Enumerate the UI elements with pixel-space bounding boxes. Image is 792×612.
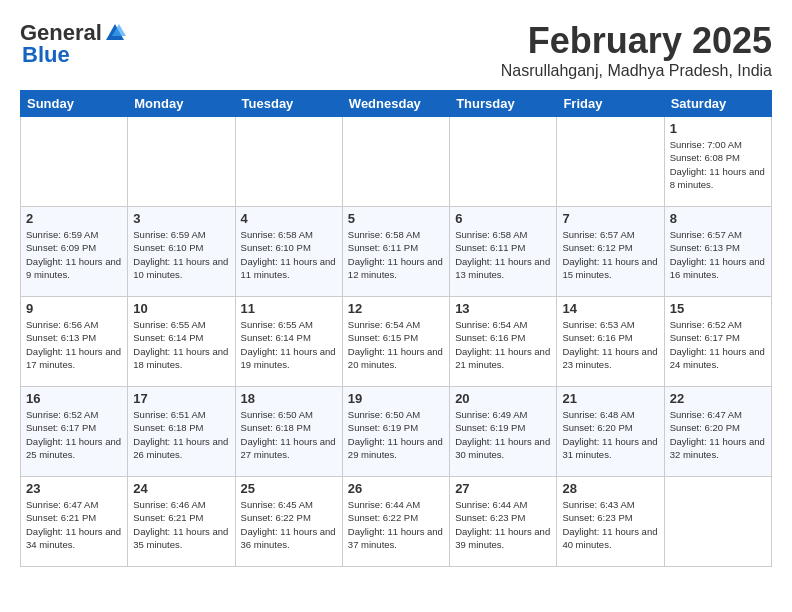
day-number: 17 [133, 391, 229, 406]
calendar-cell: 8Sunrise: 6:57 AM Sunset: 6:13 PM Daylig… [664, 207, 771, 297]
weekday-header: Saturday [664, 91, 771, 117]
calendar-table: SundayMondayTuesdayWednesdayThursdayFrid… [20, 90, 772, 567]
cell-info: Sunrise: 6:43 AM Sunset: 6:23 PM Dayligh… [562, 498, 658, 551]
weekday-header: Tuesday [235, 91, 342, 117]
calendar-cell: 1Sunrise: 7:00 AM Sunset: 6:08 PM Daylig… [664, 117, 771, 207]
calendar-cell [664, 477, 771, 567]
day-number: 12 [348, 301, 444, 316]
calendar-cell: 22Sunrise: 6:47 AM Sunset: 6:20 PM Dayli… [664, 387, 771, 477]
day-number: 18 [241, 391, 337, 406]
calendar-cell: 24Sunrise: 6:46 AM Sunset: 6:21 PM Dayli… [128, 477, 235, 567]
calendar-cell [235, 117, 342, 207]
calendar-cell: 16Sunrise: 6:52 AM Sunset: 6:17 PM Dayli… [21, 387, 128, 477]
day-number: 2 [26, 211, 122, 226]
cell-info: Sunrise: 6:58 AM Sunset: 6:10 PM Dayligh… [241, 228, 337, 281]
day-number: 9 [26, 301, 122, 316]
day-number: 26 [348, 481, 444, 496]
calendar-cell: 23Sunrise: 6:47 AM Sunset: 6:21 PM Dayli… [21, 477, 128, 567]
cell-info: Sunrise: 6:52 AM Sunset: 6:17 PM Dayligh… [26, 408, 122, 461]
cell-info: Sunrise: 6:45 AM Sunset: 6:22 PM Dayligh… [241, 498, 337, 551]
month-title: February 2025 [501, 20, 772, 62]
cell-info: Sunrise: 6:44 AM Sunset: 6:23 PM Dayligh… [455, 498, 551, 551]
calendar-cell: 6Sunrise: 6:58 AM Sunset: 6:11 PM Daylig… [450, 207, 557, 297]
cell-info: Sunrise: 6:58 AM Sunset: 6:11 PM Dayligh… [348, 228, 444, 281]
calendar-week-row: 16Sunrise: 6:52 AM Sunset: 6:17 PM Dayli… [21, 387, 772, 477]
day-number: 25 [241, 481, 337, 496]
calendar-cell: 13Sunrise: 6:54 AM Sunset: 6:16 PM Dayli… [450, 297, 557, 387]
calendar-cell: 14Sunrise: 6:53 AM Sunset: 6:16 PM Dayli… [557, 297, 664, 387]
day-number: 16 [26, 391, 122, 406]
day-number: 23 [26, 481, 122, 496]
cell-info: Sunrise: 6:55 AM Sunset: 6:14 PM Dayligh… [241, 318, 337, 371]
calendar-cell: 27Sunrise: 6:44 AM Sunset: 6:23 PM Dayli… [450, 477, 557, 567]
weekday-header: Monday [128, 91, 235, 117]
calendar-cell: 3Sunrise: 6:59 AM Sunset: 6:10 PM Daylig… [128, 207, 235, 297]
weekday-header: Wednesday [342, 91, 449, 117]
cell-info: Sunrise: 6:59 AM Sunset: 6:10 PM Dayligh… [133, 228, 229, 281]
calendar-week-row: 1Sunrise: 7:00 AM Sunset: 6:08 PM Daylig… [21, 117, 772, 207]
calendar-cell [450, 117, 557, 207]
calendar-cell: 11Sunrise: 6:55 AM Sunset: 6:14 PM Dayli… [235, 297, 342, 387]
cell-info: Sunrise: 6:55 AM Sunset: 6:14 PM Dayligh… [133, 318, 229, 371]
calendar-cell: 10Sunrise: 6:55 AM Sunset: 6:14 PM Dayli… [128, 297, 235, 387]
calendar-header-row: SundayMondayTuesdayWednesdayThursdayFrid… [21, 91, 772, 117]
day-number: 24 [133, 481, 229, 496]
day-number: 14 [562, 301, 658, 316]
cell-info: Sunrise: 6:58 AM Sunset: 6:11 PM Dayligh… [455, 228, 551, 281]
cell-info: Sunrise: 6:46 AM Sunset: 6:21 PM Dayligh… [133, 498, 229, 551]
weekday-header: Thursday [450, 91, 557, 117]
calendar-cell: 19Sunrise: 6:50 AM Sunset: 6:19 PM Dayli… [342, 387, 449, 477]
cell-info: Sunrise: 6:56 AM Sunset: 6:13 PM Dayligh… [26, 318, 122, 371]
cell-info: Sunrise: 6:48 AM Sunset: 6:20 PM Dayligh… [562, 408, 658, 461]
calendar-week-row: 2Sunrise: 6:59 AM Sunset: 6:09 PM Daylig… [21, 207, 772, 297]
cell-info: Sunrise: 6:54 AM Sunset: 6:16 PM Dayligh… [455, 318, 551, 371]
calendar-week-row: 23Sunrise: 6:47 AM Sunset: 6:21 PM Dayli… [21, 477, 772, 567]
calendar-cell: 4Sunrise: 6:58 AM Sunset: 6:10 PM Daylig… [235, 207, 342, 297]
day-number: 19 [348, 391, 444, 406]
calendar-cell: 20Sunrise: 6:49 AM Sunset: 6:19 PM Dayli… [450, 387, 557, 477]
cell-info: Sunrise: 6:59 AM Sunset: 6:09 PM Dayligh… [26, 228, 122, 281]
day-number: 13 [455, 301, 551, 316]
cell-info: Sunrise: 6:57 AM Sunset: 6:12 PM Dayligh… [562, 228, 658, 281]
day-number: 6 [455, 211, 551, 226]
location: Nasrullahganj, Madhya Pradesh, India [501, 62, 772, 80]
calendar-cell: 5Sunrise: 6:58 AM Sunset: 6:11 PM Daylig… [342, 207, 449, 297]
cell-info: Sunrise: 6:50 AM Sunset: 6:18 PM Dayligh… [241, 408, 337, 461]
calendar-cell [21, 117, 128, 207]
cell-info: Sunrise: 6:57 AM Sunset: 6:13 PM Dayligh… [670, 228, 766, 281]
calendar-cell: 26Sunrise: 6:44 AM Sunset: 6:22 PM Dayli… [342, 477, 449, 567]
day-number: 27 [455, 481, 551, 496]
page-header: General Blue February 2025 Nasrullahganj… [20, 20, 772, 80]
calendar-cell: 15Sunrise: 6:52 AM Sunset: 6:17 PM Dayli… [664, 297, 771, 387]
calendar-cell: 17Sunrise: 6:51 AM Sunset: 6:18 PM Dayli… [128, 387, 235, 477]
day-number: 15 [670, 301, 766, 316]
calendar-cell: 12Sunrise: 6:54 AM Sunset: 6:15 PM Dayli… [342, 297, 449, 387]
calendar-week-row: 9Sunrise: 6:56 AM Sunset: 6:13 PM Daylig… [21, 297, 772, 387]
cell-info: Sunrise: 6:53 AM Sunset: 6:16 PM Dayligh… [562, 318, 658, 371]
day-number: 22 [670, 391, 766, 406]
calendar-cell: 18Sunrise: 6:50 AM Sunset: 6:18 PM Dayli… [235, 387, 342, 477]
calendar-cell [128, 117, 235, 207]
calendar-cell: 25Sunrise: 6:45 AM Sunset: 6:22 PM Dayli… [235, 477, 342, 567]
cell-info: Sunrise: 6:51 AM Sunset: 6:18 PM Dayligh… [133, 408, 229, 461]
cell-info: Sunrise: 6:54 AM Sunset: 6:15 PM Dayligh… [348, 318, 444, 371]
day-number: 8 [670, 211, 766, 226]
cell-info: Sunrise: 6:50 AM Sunset: 6:19 PM Dayligh… [348, 408, 444, 461]
day-number: 20 [455, 391, 551, 406]
cell-info: Sunrise: 6:47 AM Sunset: 6:20 PM Dayligh… [670, 408, 766, 461]
calendar-cell: 28Sunrise: 6:43 AM Sunset: 6:23 PM Dayli… [557, 477, 664, 567]
calendar-cell: 7Sunrise: 6:57 AM Sunset: 6:12 PM Daylig… [557, 207, 664, 297]
cell-info: Sunrise: 6:52 AM Sunset: 6:17 PM Dayligh… [670, 318, 766, 371]
day-number: 21 [562, 391, 658, 406]
day-number: 10 [133, 301, 229, 316]
weekday-header: Sunday [21, 91, 128, 117]
calendar-cell [557, 117, 664, 207]
calendar-cell: 2Sunrise: 6:59 AM Sunset: 6:09 PM Daylig… [21, 207, 128, 297]
day-number: 28 [562, 481, 658, 496]
calendar-cell [342, 117, 449, 207]
title-block: February 2025 Nasrullahganj, Madhya Prad… [501, 20, 772, 80]
weekday-header: Friday [557, 91, 664, 117]
day-number: 4 [241, 211, 337, 226]
day-number: 5 [348, 211, 444, 226]
logo: General Blue [20, 20, 126, 68]
